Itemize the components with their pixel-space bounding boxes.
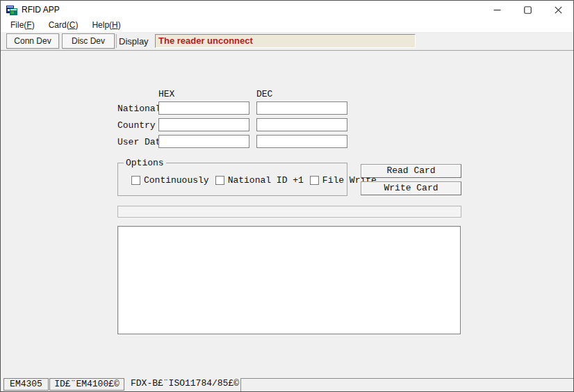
- menu-help[interactable]: Help(H): [88, 19, 124, 31]
- user-data-label: User Dat: [117, 137, 161, 147]
- dec-column-header: DEC: [256, 89, 272, 99]
- status-display-field: The reader unconnect: [155, 34, 416, 48]
- title-bar: RFID APP: [1, 1, 573, 19]
- progress-bar: [117, 206, 461, 218]
- country-dec-input[interactable]: [256, 118, 347, 131]
- continuously-label: Continuously: [144, 175, 209, 186]
- options-groupbox: Options Continuously National ID +1 File…: [117, 163, 347, 196]
- continuously-checkbox[interactable]: [131, 176, 140, 185]
- toolbar: Conn Dev Disc Dev Display The reader unc…: [1, 32, 573, 51]
- maximize-icon: [524, 6, 532, 14]
- hex-column-header: HEX: [158, 89, 174, 99]
- toolbar-separator: [116, 34, 117, 48]
- options-legend: Options: [124, 158, 166, 168]
- national-id-plus1-checkbox[interactable]: [215, 176, 224, 185]
- tab-strip-filler: [240, 378, 573, 391]
- maximize-button[interactable]: [512, 1, 543, 19]
- options-checkbox-row: Continuously National ID +1 File Write: [131, 175, 383, 186]
- tab-id-em4100[interactable]: ID£¨EM4100£©: [49, 378, 124, 391]
- user-data-hex-input[interactable]: [158, 135, 249, 148]
- write-card-button[interactable]: Write Card: [361, 181, 461, 195]
- read-card-button[interactable]: Read Card: [361, 164, 461, 178]
- bottom-tab-strip: EM4305 ID£¨EM4100£© FDX-B£¨ISO11784/85£©: [1, 377, 573, 392]
- national-dec-input[interactable]: [256, 101, 347, 115]
- user-data-dec-input[interactable]: [256, 135, 347, 148]
- menu-file[interactable]: File(F): [6, 19, 39, 31]
- app-window: RFID APP File(F) Card(C) Help(H) Conn De…: [0, 0, 574, 392]
- log-textarea[interactable]: [117, 226, 461, 334]
- national-id-plus1-label: National ID +1: [228, 175, 304, 186]
- app-icon: [6, 4, 17, 15]
- country-hex-input[interactable]: [158, 118, 249, 131]
- close-button[interactable]: [543, 1, 573, 19]
- national-label: National: [117, 104, 161, 114]
- country-label: Country: [117, 120, 156, 131]
- close-icon: [555, 6, 562, 14]
- minimize-icon: [493, 6, 501, 14]
- status-text: The reader unconnect: [158, 35, 253, 46]
- file-write-checkbox[interactable]: [310, 176, 319, 185]
- display-label: Display: [119, 36, 149, 47]
- tab-fdx-b-iso11784-85[interactable]: FDX-B£¨ISO11784/85£©: [130, 378, 240, 391]
- menu-card[interactable]: Card(C): [44, 19, 83, 31]
- national-hex-input[interactable]: [158, 101, 249, 115]
- minimize-button[interactable]: [482, 1, 512, 19]
- menu-bar: File(F) Card(C) Help(H): [1, 19, 573, 32]
- connect-device-button[interactable]: Conn Dev: [6, 33, 59, 49]
- disconnect-device-button[interactable]: Disc Dev: [62, 33, 115, 49]
- window-title: RFID APP: [22, 5, 60, 15]
- tab-em4305[interactable]: EM4305: [3, 378, 49, 391]
